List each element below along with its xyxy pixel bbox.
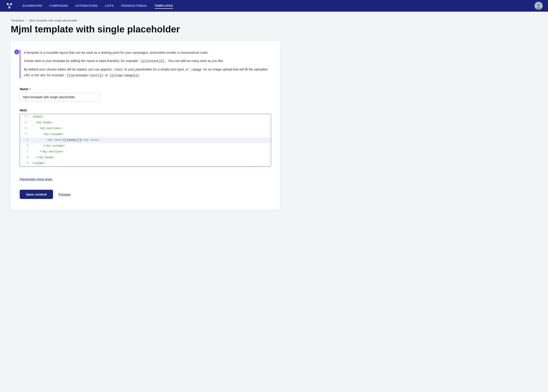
nav-templates[interactable]: TEMPLATES bbox=[155, 3, 173, 9]
code-line-9: 9 </mjml> bbox=[20, 161, 271, 167]
line-content-6: </mj-column> bbox=[31, 143, 67, 148]
line-num-2: 2 ∨ bbox=[20, 120, 31, 125]
name-label: Name * bbox=[20, 87, 271, 91]
line-num-9: 9 bbox=[20, 161, 31, 166]
info-icon: i bbox=[14, 49, 19, 54]
line-num-4: 4 ∨ bbox=[20, 132, 31, 136]
logo[interactable] bbox=[5, 2, 14, 10]
line-content-4: <mj-column> bbox=[31, 132, 65, 137]
code-preheader: [[[preheader:text]]] bbox=[66, 74, 104, 77]
nav-lists[interactable]: LISTS bbox=[105, 3, 114, 9]
info-p3: By default your chosen editor will be lo… bbox=[24, 67, 271, 78]
code-image-modifier: :image bbox=[189, 68, 203, 72]
main-content: Templates > Mjml template with single pl… bbox=[0, 12, 291, 217]
nav-transactional[interactable]: TRANSACTIONAL bbox=[121, 3, 147, 9]
breadcrumb: Templates > Mjml template with single pl… bbox=[11, 19, 280, 22]
nav-automations[interactable]: AUTOMATIONS bbox=[75, 3, 98, 9]
code-content: [[[content]]] bbox=[139, 59, 165, 63]
info-text: A template is a reusable layout that can… bbox=[24, 50, 271, 78]
line-num-8: 8 bbox=[20, 155, 31, 160]
code-line-1: 1 ∨ <mjml> bbox=[20, 114, 271, 120]
line-content-2: <mj-body> bbox=[31, 120, 54, 125]
name-field-group: Name * bbox=[20, 87, 271, 101]
line-content-7: </mj-section> bbox=[31, 149, 65, 154]
page-title: Mjml template with single placeholder bbox=[11, 24, 280, 35]
template-form-card: i A template is a reusable layout that c… bbox=[11, 41, 280, 210]
line-num-3: 3 ∨ bbox=[20, 126, 31, 131]
nav-campaigns[interactable]: CAMPAIGNS bbox=[49, 3, 68, 9]
required-indicator: * bbox=[29, 87, 30, 91]
code-logo: [[[logo:image]]] bbox=[109, 74, 140, 77]
code-line-3: 3 ∨ <mj-section> bbox=[20, 126, 271, 132]
svg-line-5 bbox=[9, 4, 11, 8]
line-num-1: 1 ∨ bbox=[20, 114, 31, 119]
svg-point-7 bbox=[537, 4, 540, 6]
name-input[interactable] bbox=[20, 93, 100, 101]
info-p2: Create slots in your template by adding … bbox=[24, 58, 271, 64]
button-row: Save content Preview bbox=[20, 190, 271, 199]
code-text-modifier: :text bbox=[112, 68, 124, 72]
breadcrumb-current: Mjml template with single placeholder bbox=[29, 19, 78, 22]
placeholder-cheat-sheet-link[interactable]: Placeholder cheat sheet bbox=[20, 177, 52, 181]
code-line-5: 5 <mj-text>[[[body]]]</mj-text> bbox=[20, 137, 271, 143]
preview-button[interactable]: Preview bbox=[58, 192, 70, 196]
line-num-7: 7 bbox=[20, 149, 31, 154]
line-num-5: 5 bbox=[20, 137, 31, 142]
save-content-button[interactable]: Save content bbox=[20, 190, 53, 199]
info-block: i A template is a reusable layout that c… bbox=[20, 50, 271, 78]
line-content-8: </mj-body> bbox=[31, 155, 56, 160]
line-content-3: <mj-section> bbox=[31, 126, 63, 131]
svg-line-4 bbox=[8, 4, 9, 8]
code-line-6: 6 </mj-column> bbox=[20, 143, 271, 149]
line-content-5: <mj-text>[[[body]]]</mj-text> bbox=[31, 137, 101, 142]
breadcrumb-separator: > bbox=[26, 19, 28, 22]
info-p1: A template is a reusable layout that can… bbox=[24, 50, 271, 56]
navbar: DASHBOARD CAMPAIGNS AUTOMATIONS LISTS TR… bbox=[0, 0, 548, 12]
html-field-group: Html 1 ∨ <mjml> 2 ∨ <mj-body> 3 ∨ <mj-se… bbox=[20, 109, 271, 167]
code-editor[interactable]: 1 ∨ <mjml> 2 ∨ <mj-body> 3 ∨ <mj-section… bbox=[20, 114, 271, 167]
avatar-image bbox=[534, 2, 543, 10]
line-content-1: <mjml> bbox=[31, 114, 45, 119]
nav-links: DASHBOARD CAMPAIGNS AUTOMATIONS LISTS TR… bbox=[22, 3, 527, 9]
line-num-6: 6 bbox=[20, 143, 31, 148]
html-label: Html bbox=[20, 109, 271, 112]
breadcrumb-parent[interactable]: Templates bbox=[11, 19, 24, 22]
nav-dashboard[interactable]: DASHBOARD bbox=[22, 3, 42, 9]
line-content-9: </mjml> bbox=[31, 161, 47, 166]
code-line-2: 2 ∨ <mj-body> bbox=[20, 120, 271, 126]
code-line-8: 8 </mj-body> bbox=[20, 155, 271, 161]
code-line-7: 7 </mj-section> bbox=[20, 149, 271, 155]
avatar[interactable] bbox=[534, 2, 543, 10]
code-line-4: 4 ∨ <mj-column> bbox=[20, 132, 271, 137]
